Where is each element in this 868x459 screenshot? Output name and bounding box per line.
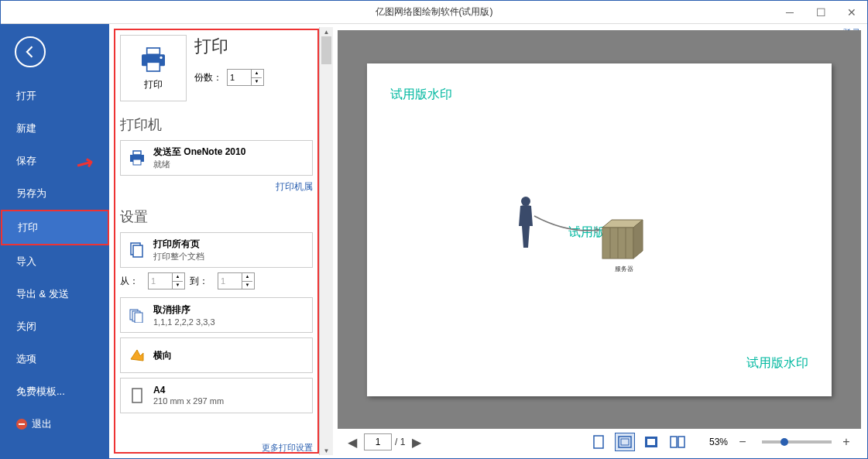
- page-full-icon: [644, 436, 658, 448]
- sidebar: 打开 新建 保存 另存为 打印 导入 导出 & 发送 关闭 选项 免费模板...…: [1, 24, 109, 458]
- view-full-button[interactable]: [641, 433, 661, 451]
- from-spinner[interactable]: ▲▼: [148, 272, 185, 289]
- page-fit-icon: [618, 436, 632, 448]
- orientation-selector[interactable]: 横向: [120, 337, 313, 373]
- print-button[interactable]: 打印: [120, 35, 187, 101]
- svg-rect-8: [133, 245, 142, 257]
- paper-selector[interactable]: A4 210 mm x 297 mm: [120, 378, 313, 413]
- minimize-button[interactable]: ─: [774, 1, 805, 24]
- close-button[interactable]: ✕: [836, 1, 867, 24]
- print-range-sub: 打印整个文档: [153, 252, 204, 261]
- sidebar-item-open[interactable]: 打开: [1, 80, 109, 112]
- printer-small-icon: [127, 148, 147, 168]
- pages-icon: [127, 240, 147, 260]
- scroll-up-icon[interactable]: ▲: [320, 27, 333, 36]
- copies-label: 份数：: [194, 71, 222, 84]
- watermark: 试用版水印: [390, 87, 452, 103]
- paper-title: A4: [153, 385, 224, 396]
- svg-rect-11: [135, 313, 142, 323]
- prev-page-button[interactable]: ◀: [344, 433, 361, 450]
- collate-selector[interactable]: 取消排序 1,1,1 2,2,2 3,3,3: [120, 297, 313, 333]
- print-preview: 试用版水印 试用版水印 试用版水印: [338, 30, 861, 429]
- copies-spinner[interactable]: ▲▼: [227, 69, 264, 86]
- sidebar-item-export[interactable]: 导出 & 发送: [1, 278, 109, 310]
- sidebar-item-import[interactable]: 导入: [1, 245, 109, 278]
- settings-section-title: 设置: [120, 207, 313, 226]
- watermark: 试用版水印: [746, 355, 808, 372]
- svg-rect-18: [594, 436, 603, 448]
- zoom-in-button[interactable]: +: [838, 433, 855, 450]
- sidebar-item-options[interactable]: 选项: [1, 343, 109, 375]
- printer-properties-link[interactable]: 打印机属: [120, 180, 313, 194]
- svg-rect-2: [147, 62, 160, 71]
- sidebar-item-print[interactable]: 打印: [1, 210, 109, 245]
- to-label: 到：: [190, 275, 208, 288]
- orientation-icon: [127, 345, 147, 365]
- connector-line: [533, 214, 602, 238]
- exit-icon: [16, 419, 27, 430]
- print-range-selector[interactable]: 打印所有页 打印整个文档: [120, 232, 313, 268]
- to-spinner[interactable]: ▲▼: [218, 272, 255, 289]
- settings-scrollbar[interactable]: ▲ ▼: [319, 27, 333, 455]
- printer-icon: [138, 46, 169, 74]
- orientation-label: 横向: [153, 349, 172, 362]
- from-label: 从：: [120, 275, 139, 288]
- sidebar-item-close[interactable]: 关闭: [1, 310, 109, 343]
- sidebar-item-templates[interactable]: 免费模板...: [1, 375, 109, 408]
- svg-rect-23: [671, 437, 677, 447]
- sidebar-item-new[interactable]: 新建: [1, 112, 109, 145]
- collate-sub: 1,1,1 2,2,2 3,3,3: [153, 317, 215, 327]
- more-print-settings-link[interactable]: 更多打印设置: [262, 442, 313, 454]
- arrow-left-icon: [22, 44, 38, 60]
- to-input[interactable]: [218, 273, 242, 289]
- paper-sub: 210 mm x 297 mm: [153, 396, 224, 406]
- svg-rect-0: [147, 48, 160, 54]
- server-icon: [599, 218, 646, 261]
- scroll-down-icon[interactable]: ▼: [320, 446, 333, 455]
- svg-rect-20: [621, 439, 629, 445]
- print-range-title: 打印所有页: [153, 238, 204, 251]
- sidebar-item-exit[interactable]: 退出: [1, 408, 109, 440]
- copies-down[interactable]: ▼: [252, 78, 262, 86]
- maximize-button[interactable]: ☐: [805, 1, 836, 24]
- view-single-button[interactable]: [588, 433, 609, 451]
- page-single-icon: [592, 435, 605, 449]
- view-fit-button[interactable]: [615, 433, 635, 451]
- page-number-input[interactable]: [364, 433, 392, 450]
- sidebar-item-saveas[interactable]: 另存为: [1, 177, 109, 210]
- preview-page: 试用版水印 试用版水印 试用版水印: [367, 63, 832, 396]
- printer-selector[interactable]: 发送至 OneNote 2010 就绪: [120, 140, 313, 176]
- next-page-button[interactable]: ▶: [408, 433, 425, 450]
- printer-name: 发送至 OneNote 2010: [153, 146, 245, 159]
- copies-input[interactable]: [228, 70, 251, 85]
- copies-up[interactable]: ▲: [252, 70, 262, 78]
- server-label: 服务器: [615, 265, 633, 273]
- zoom-value: 53%: [709, 437, 728, 447]
- svg-rect-19: [619, 437, 631, 447]
- svg-point-13: [521, 197, 530, 206]
- from-input[interactable]: [149, 273, 172, 289]
- svg-point-3: [160, 56, 162, 58]
- printer-status: 就绪: [153, 159, 170, 169]
- page-total: / 1: [395, 437, 405, 447]
- svg-rect-24: [678, 437, 684, 447]
- preview-toolbar: ◀ / 1 ▶ 53% −: [338, 429, 861, 455]
- svg-rect-4: [133, 151, 141, 155]
- window-title: 亿图网络图绘制软件(试用版): [376, 5, 493, 19]
- view-multi-button[interactable]: [667, 433, 688, 451]
- collate-icon: [127, 305, 147, 325]
- print-settings-panel: 打印 打印 份数： ▲▼ 打印机 发送至 OneNote 2010 就绪: [114, 29, 319, 454]
- scroll-thumb[interactable]: [321, 36, 331, 64]
- zoom-slider[interactable]: [762, 440, 832, 444]
- collate-title: 取消排序: [153, 303, 215, 317]
- zoom-out-button[interactable]: −: [734, 433, 751, 450]
- svg-rect-22: [647, 439, 655, 445]
- printer-section-title: 打印机: [120, 115, 313, 134]
- page-multi-icon: [670, 436, 685, 448]
- back-button[interactable]: [15, 36, 46, 67]
- paper-icon: [127, 385, 147, 406]
- svg-rect-12: [132, 389, 142, 402]
- zoom-thumb[interactable]: [781, 438, 788, 446]
- svg-rect-6: [133, 159, 141, 165]
